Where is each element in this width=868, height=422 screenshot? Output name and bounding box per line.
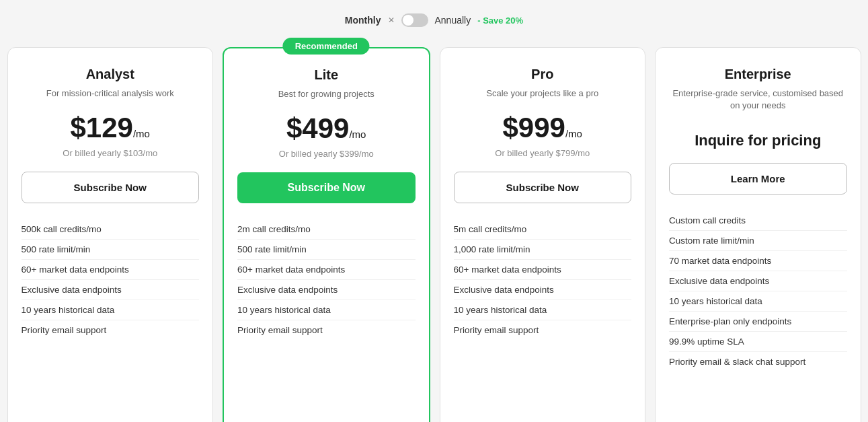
analyst-billed: Or billed yearly $103/mo [22, 148, 200, 158]
analyst-price: $129 [71, 112, 133, 143]
lite-price: $499 [286, 112, 349, 144]
analyst-per: /mo [133, 128, 150, 139]
analyst-plan-desc: For mission-critical analysis work [22, 87, 200, 100]
pro-price-row: $999/mo [454, 112, 632, 144]
enterprise-card: Enterprise Enterprise-grade service, cus… [655, 47, 861, 422]
analyst-plan-name: Analyst [22, 67, 200, 82]
list-item: Priority email support [237, 320, 416, 340]
list-item: Custom call credits [669, 211, 847, 230]
pro-card: Pro Scale your projects like a pro $999/… [440, 47, 646, 422]
list-item: 10 years historical data [669, 291, 847, 311]
enterprise-learn-more-button[interactable]: Learn More [669, 163, 847, 195]
list-item: Custom rate limit/min [669, 230, 847, 250]
analyst-subscribe-button[interactable]: Subscribe Now [22, 172, 200, 203]
list-item: 500 rate limit/min [22, 239, 200, 259]
list-item: 1,000 rate limit/min [454, 239, 632, 259]
lite-subscribe-button[interactable]: Subscribe Now [237, 172, 416, 203]
recommended-badge: Recommended [283, 38, 370, 55]
list-item: 60+ market data endpoints [237, 259, 416, 279]
enterprise-plan-desc: Enterprise-grade service, customised bas… [669, 87, 847, 112]
list-item: 60+ market data endpoints [22, 259, 200, 279]
list-item: Exclusive data endpoints [237, 279, 416, 300]
list-item: 70 market data endpoints [669, 250, 847, 271]
list-item: 2m call credits/mo [237, 219, 416, 239]
lite-features: 2m call credits/mo 500 rate limit/min 60… [237, 219, 416, 340]
analyst-card: Analyst For mission-critical analysis wo… [7, 47, 214, 422]
lite-card: Recommended Lite Best for growing projec… [223, 47, 430, 422]
list-item: Exclusive data endpoints [22, 279, 200, 300]
pro-per: /mo [565, 128, 582, 139]
monthly-label: Monthly [345, 15, 381, 26]
analyst-price-row: $129/mo [22, 112, 200, 144]
analyst-features: 500k call credits/mo 500 rate limit/min … [22, 219, 200, 340]
pro-plan-desc: Scale your projects like a pro [454, 87, 632, 100]
toggle-x: ✕ [388, 15, 395, 25]
lite-plan-desc: Best for growing projects [237, 88, 416, 100]
list-item: 10 years historical data [22, 300, 200, 320]
list-item: 60+ market data endpoints [454, 259, 632, 279]
list-item: 500k call credits/mo [22, 219, 200, 239]
lite-billed: Or billed yearly $399/mo [237, 149, 416, 159]
enterprise-features: Custom call credits Custom rate limit/mi… [669, 211, 847, 372]
billing-toggle: Monthly ✕ Annually - Save 20% [345, 13, 523, 27]
pro-features: 5m call credits/mo 1,000 rate limit/min … [454, 219, 632, 340]
enterprise-plan-name: Enterprise [669, 67, 847, 82]
list-item: Exclusive data endpoints [454, 279, 632, 300]
list-item: Enterprise-plan only endpoints [669, 311, 847, 331]
save-badge: - Save 20% [477, 15, 523, 26]
toggle-switch[interactable] [401, 13, 428, 27]
lite-per: /mo [349, 129, 366, 140]
list-item: 10 years historical data [237, 300, 416, 320]
pro-plan-name: Pro [454, 67, 632, 82]
pro-price: $999 [503, 112, 565, 143]
enterprise-inquire-text: Inquire for pricing [669, 132, 847, 149]
list-item: Priority email support [22, 320, 200, 340]
list-item: 10 years historical data [454, 300, 632, 320]
list-item: Exclusive data endpoints [669, 271, 847, 291]
list-item: Priority email & slack chat support [669, 351, 847, 372]
lite-plan-name: Lite [237, 67, 416, 83]
annually-label: Annually [435, 15, 471, 26]
pricing-cards: Analyst For mission-critical analysis wo… [7, 47, 861, 422]
lite-price-row: $499/mo [237, 112, 416, 145]
pro-billed: Or billed yearly $799/mo [454, 148, 632, 158]
list-item: Priority email support [454, 320, 632, 340]
pro-subscribe-button[interactable]: Subscribe Now [454, 172, 632, 203]
list-item: 5m call credits/mo [454, 219, 632, 239]
list-item: 500 rate limit/min [237, 239, 416, 259]
toggle-knob [403, 15, 413, 26]
list-item: 99.9% uptime SLA [669, 331, 847, 351]
